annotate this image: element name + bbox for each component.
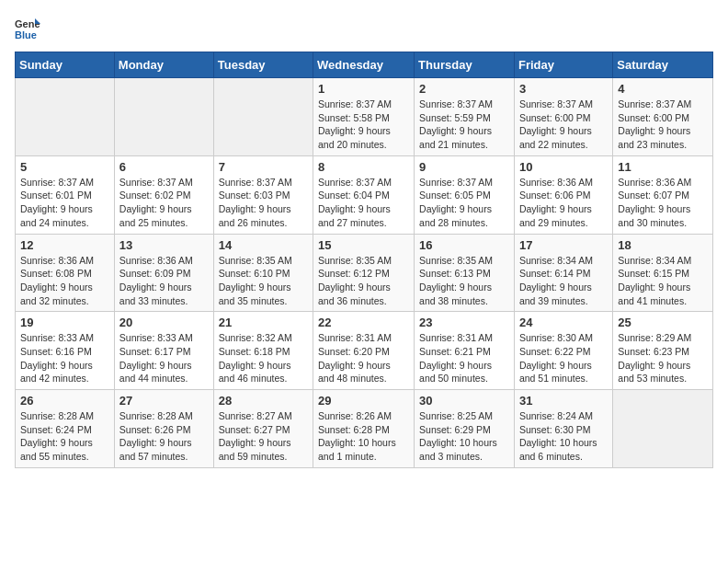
calendar-cell [114,78,213,156]
day-number: 12 [20,238,109,252]
day-number: 23 [419,316,509,329]
day-number: 27 [119,394,209,408]
page-header: General Blue [15,15,713,40]
day-number: 25 [618,316,708,329]
day-info: Sunrise: 8:35 AM Sunset: 6:12 PM Dayligh… [318,254,409,308]
calendar-cell: 21Sunrise: 8:32 AM Sunset: 6:18 PM Dayli… [213,312,313,390]
logo-icon: General Blue [15,15,40,40]
calendar-cell: 18Sunrise: 8:34 AM Sunset: 6:15 PM Dayli… [613,234,713,312]
day-info: Sunrise: 8:35 AM Sunset: 6:10 PM Dayligh… [219,254,308,308]
calendar-cell: 1Sunrise: 8:37 AM Sunset: 5:58 PM Daylig… [313,78,415,156]
day-info: Sunrise: 8:31 AM Sunset: 6:20 PM Dayligh… [318,331,409,385]
day-number: 1 [318,82,409,96]
day-number: 18 [618,238,708,252]
day-number: 4 [618,82,708,96]
day-number: 8 [318,160,409,174]
day-number: 28 [219,394,308,408]
day-number: 2 [419,82,509,96]
calendar-cell: 5Sunrise: 8:37 AM Sunset: 6:01 PM Daylig… [16,155,115,234]
calendar-cell: 22Sunrise: 8:31 AM Sunset: 6:20 PM Dayli… [313,312,415,390]
day-info: Sunrise: 8:26 AM Sunset: 6:28 PM Dayligh… [318,409,409,464]
calendar-cell: 19Sunrise: 8:33 AM Sunset: 6:16 PM Dayli… [16,312,115,390]
day-info: Sunrise: 8:32 AM Sunset: 6:18 PM Dayligh… [219,331,308,385]
day-info: Sunrise: 8:33 AM Sunset: 6:16 PM Dayligh… [20,331,109,385]
calendar-cell: 26Sunrise: 8:28 AM Sunset: 6:24 PM Dayli… [16,390,115,468]
day-number: 13 [119,238,209,252]
day-info: Sunrise: 8:37 AM Sunset: 6:03 PM Dayligh… [219,176,308,230]
day-info: Sunrise: 8:34 AM Sunset: 6:15 PM Dayligh… [618,254,708,308]
day-number: 21 [219,316,308,329]
calendar-cell: 23Sunrise: 8:31 AM Sunset: 6:21 PM Dayli… [415,312,515,390]
calendar-cell [213,78,313,156]
calendar-cell: 31Sunrise: 8:24 AM Sunset: 6:30 PM Dayli… [514,390,612,468]
logo: General Blue [15,15,44,40]
calendar-cell: 24Sunrise: 8:30 AM Sunset: 6:22 PM Dayli… [514,312,612,390]
day-info: Sunrise: 8:36 AM Sunset: 6:08 PM Dayligh… [20,254,109,308]
day-number: 29 [318,394,409,408]
day-info: Sunrise: 8:33 AM Sunset: 6:17 PM Dayligh… [119,331,209,385]
weekday-header-row: SundayMondayTuesdayWednesdayThursdayFrid… [16,52,713,78]
calendar-cell: 27Sunrise: 8:28 AM Sunset: 6:26 PM Dayli… [114,390,213,468]
day-number: 17 [519,238,608,252]
day-info: Sunrise: 8:37 AM Sunset: 6:05 PM Dayligh… [419,176,509,230]
calendar-cell: 9Sunrise: 8:37 AM Sunset: 6:05 PM Daylig… [415,155,515,234]
day-info: Sunrise: 8:37 AM Sunset: 6:00 PM Dayligh… [618,98,708,152]
day-number: 16 [419,238,509,252]
day-number: 6 [119,160,209,174]
calendar-cell: 7Sunrise: 8:37 AM Sunset: 6:03 PM Daylig… [213,155,313,234]
day-info: Sunrise: 8:36 AM Sunset: 6:06 PM Dayligh… [519,176,608,230]
weekday-header-sunday: Sunday [16,52,115,78]
day-info: Sunrise: 8:34 AM Sunset: 6:14 PM Dayligh… [519,254,608,308]
calendar-week-row: 1Sunrise: 8:37 AM Sunset: 5:58 PM Daylig… [16,78,713,156]
calendar-cell [16,78,115,156]
day-number: 3 [519,82,608,96]
day-number: 5 [20,160,109,174]
calendar-week-row: 12Sunrise: 8:36 AM Sunset: 6:08 PM Dayli… [16,234,713,312]
calendar-week-row: 5Sunrise: 8:37 AM Sunset: 6:01 PM Daylig… [16,155,713,234]
weekday-header-friday: Friday [514,52,612,78]
day-number: 19 [20,316,109,329]
calendar-cell: 8Sunrise: 8:37 AM Sunset: 6:04 PM Daylig… [313,155,415,234]
day-number: 15 [318,238,409,252]
day-info: Sunrise: 8:37 AM Sunset: 6:01 PM Dayligh… [20,176,109,230]
calendar-cell: 11Sunrise: 8:36 AM Sunset: 6:07 PM Dayli… [613,155,713,234]
calendar-cell: 14Sunrise: 8:35 AM Sunset: 6:10 PM Dayli… [213,234,313,312]
calendar-cell: 12Sunrise: 8:36 AM Sunset: 6:08 PM Dayli… [16,234,115,312]
day-info: Sunrise: 8:35 AM Sunset: 6:13 PM Dayligh… [419,254,509,308]
weekday-header-saturday: Saturday [613,52,713,78]
day-info: Sunrise: 8:36 AM Sunset: 6:07 PM Dayligh… [618,176,708,230]
day-info: Sunrise: 8:25 AM Sunset: 6:29 PM Dayligh… [419,409,509,464]
calendar-week-row: 26Sunrise: 8:28 AM Sunset: 6:24 PM Dayli… [16,390,713,468]
day-number: 26 [20,394,109,408]
calendar-cell: 17Sunrise: 8:34 AM Sunset: 6:14 PM Dayli… [514,234,612,312]
calendar-cell: 29Sunrise: 8:26 AM Sunset: 6:28 PM Dayli… [313,390,415,468]
day-info: Sunrise: 8:24 AM Sunset: 6:30 PM Dayligh… [519,409,608,464]
day-number: 30 [419,394,509,408]
weekday-header-tuesday: Tuesday [213,52,313,78]
day-info: Sunrise: 8:28 AM Sunset: 6:26 PM Dayligh… [119,409,209,464]
calendar-cell [613,390,713,468]
calendar-cell: 6Sunrise: 8:37 AM Sunset: 6:02 PM Daylig… [114,155,213,234]
day-info: Sunrise: 8:29 AM Sunset: 6:23 PM Dayligh… [618,331,708,385]
day-info: Sunrise: 8:37 AM Sunset: 6:02 PM Dayligh… [119,176,209,230]
weekday-header-thursday: Thursday [415,52,515,78]
weekday-header-monday: Monday [114,52,213,78]
day-number: 22 [318,316,409,329]
day-number: 7 [219,160,308,174]
calendar-cell: 28Sunrise: 8:27 AM Sunset: 6:27 PM Dayli… [213,390,313,468]
calendar-cell: 3Sunrise: 8:37 AM Sunset: 6:00 PM Daylig… [514,78,612,156]
day-number: 9 [419,160,509,174]
svg-text:Blue: Blue [15,29,37,40]
day-info: Sunrise: 8:28 AM Sunset: 6:24 PM Dayligh… [20,409,109,464]
day-info: Sunrise: 8:36 AM Sunset: 6:09 PM Dayligh… [119,254,209,308]
calendar-cell: 13Sunrise: 8:36 AM Sunset: 6:09 PM Dayli… [114,234,213,312]
day-info: Sunrise: 8:37 AM Sunset: 6:04 PM Dayligh… [318,176,409,230]
day-number: 10 [519,160,608,174]
day-number: 31 [519,394,608,408]
day-info: Sunrise: 8:37 AM Sunset: 6:00 PM Dayligh… [519,98,608,152]
day-info: Sunrise: 8:37 AM Sunset: 5:58 PM Dayligh… [318,98,409,152]
calendar-table: SundayMondayTuesdayWednesdayThursdayFrid… [15,52,713,468]
day-info: Sunrise: 8:27 AM Sunset: 6:27 PM Dayligh… [219,409,308,464]
calendar-week-row: 19Sunrise: 8:33 AM Sunset: 6:16 PM Dayli… [16,312,713,390]
calendar-cell: 10Sunrise: 8:36 AM Sunset: 6:06 PM Dayli… [514,155,612,234]
